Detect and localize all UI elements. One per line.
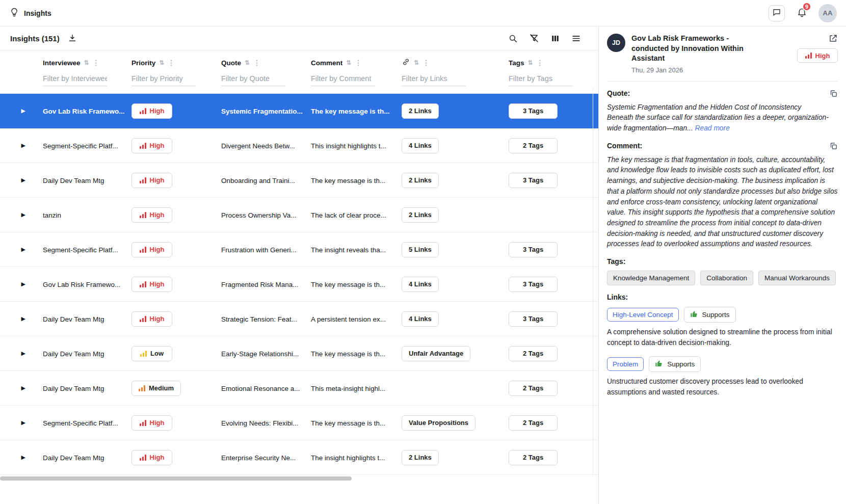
priority-badge[interactable]: High bbox=[131, 138, 172, 153]
link-type-chip[interactable]: Problem bbox=[607, 357, 644, 371]
tags-chip[interactable]: 3 Tags bbox=[509, 242, 558, 257]
expand-row-icon[interactable]: ▶ bbox=[21, 142, 25, 149]
links-chip[interactable]: 2 Links bbox=[402, 173, 439, 188]
sort-quote-icon[interactable]: ⇅ bbox=[245, 59, 250, 66]
expand-row-icon[interactable]: ▶ bbox=[21, 419, 25, 426]
priority-badge[interactable]: High bbox=[131, 277, 172, 292]
tags-chip[interactable]: 2 Tags bbox=[509, 415, 558, 431]
priority-bars-icon bbox=[140, 455, 146, 461]
notifications-button[interactable]: 9 bbox=[794, 6, 809, 21]
link-block: High-Level Concept Supports A comprehens… bbox=[607, 307, 838, 348]
quote-cell: Process Ownership Va... bbox=[221, 211, 297, 219]
copy-comment-button[interactable] bbox=[829, 142, 838, 150]
filter-tags-input[interactable] bbox=[509, 72, 573, 86]
expand-row-icon[interactable]: ▶ bbox=[21, 108, 25, 114]
expand-row-icon[interactable]: ▶ bbox=[21, 385, 25, 391]
table-row[interactable]: ▶ Daily Dev Team Mtg High Enterprise Sec… bbox=[0, 440, 598, 475]
menu-button[interactable] bbox=[571, 34, 581, 43]
quote-section-label: Quote: bbox=[607, 89, 630, 97]
filter-priority-input[interactable] bbox=[131, 72, 196, 86]
priority-badge[interactable]: Low bbox=[131, 346, 172, 361]
filter-quote-input[interactable] bbox=[221, 72, 285, 86]
tags-chip[interactable]: 3 Tags bbox=[509, 277, 558, 292]
col-menu-links-icon[interactable]: ⋮ bbox=[422, 59, 430, 66]
table-row[interactable]: ▶ tanzin High Process Ownership Va... Th… bbox=[0, 198, 598, 232]
col-menu-tags-icon[interactable]: ⋮ bbox=[537, 59, 544, 66]
tag-chip[interactable]: Manual Workarounds bbox=[758, 271, 836, 285]
table-row[interactable]: ▶ Gov Lab Risk Framewo... High Systemic … bbox=[0, 94, 598, 128]
links-chip[interactable]: 2 Links bbox=[402, 207, 439, 223]
tags-chip[interactable]: 3 Tags bbox=[509, 311, 558, 327]
table-row[interactable]: ▶ Daily Dev Team Mtg High Onboarding and… bbox=[0, 163, 598, 198]
links-chip[interactable]: 5 Links bbox=[402, 242, 439, 257]
tags-chip[interactable]: 3 Tags bbox=[509, 173, 558, 188]
expand-row-icon[interactable]: ▶ bbox=[21, 211, 25, 218]
links-chip[interactable]: Unfair Advantage bbox=[402, 346, 470, 361]
expand-row-icon[interactable]: ▶ bbox=[21, 454, 25, 461]
comment-cell: This meta-insight highl... bbox=[311, 385, 385, 392]
tags-chip[interactable]: 2 Tags bbox=[509, 346, 558, 361]
expand-row-icon[interactable]: ▶ bbox=[21, 315, 25, 322]
tags-chip[interactable]: 3 Tags bbox=[509, 103, 558, 119]
sort-interviewee-icon[interactable]: ⇅ bbox=[84, 59, 89, 66]
filter-links-input[interactable] bbox=[402, 72, 466, 86]
table-row[interactable]: ▶ Segment-Specific Platf... High Diverge… bbox=[0, 128, 598, 163]
expand-row-icon[interactable]: ▶ bbox=[21, 281, 25, 287]
col-menu-priority-icon[interactable]: ⋮ bbox=[168, 59, 175, 66]
priority-badge[interactable]: High bbox=[131, 311, 172, 327]
col-menu-interviewee-icon[interactable]: ⋮ bbox=[93, 59, 100, 66]
open-external-button[interactable] bbox=[828, 34, 838, 43]
sort-tags-icon[interactable]: ⇅ bbox=[528, 59, 533, 66]
link-relation-chip[interactable]: Supports bbox=[649, 356, 701, 372]
col-menu-quote-icon[interactable]: ⋮ bbox=[253, 59, 260, 66]
tag-chip[interactable]: Collaboration bbox=[700, 271, 753, 285]
table-row[interactable]: ▶ Segment-Specific Platf... High Evolvin… bbox=[0, 406, 598, 440]
col-menu-comment-icon[interactable]: ⋮ bbox=[355, 59, 362, 66]
priority-bars-icon bbox=[140, 212, 146, 218]
copy-quote-button[interactable] bbox=[829, 89, 838, 98]
link-relation-chip[interactable]: Supports bbox=[684, 307, 736, 323]
user-avatar[interactable]: AA bbox=[818, 4, 837, 22]
links-chip[interactable]: 2 Links bbox=[402, 450, 439, 465]
links-chip[interactable]: 4 Links bbox=[402, 277, 439, 292]
links-chip[interactable]: 4 Links bbox=[402, 311, 439, 327]
horizontal-scrollbar-thumb[interactable] bbox=[0, 476, 352, 481]
download-button[interactable] bbox=[68, 34, 77, 43]
read-more-link[interactable]: Read more bbox=[695, 124, 730, 132]
priority-badge[interactable]: High bbox=[131, 242, 172, 257]
sort-links-icon[interactable]: ⇅ bbox=[414, 59, 419, 66]
chat-button[interactable] bbox=[769, 5, 785, 21]
expand-row-icon[interactable]: ▶ bbox=[21, 177, 25, 183]
priority-badge[interactable]: High bbox=[131, 173, 172, 188]
insights-table-pane: Insights (151) bbox=[0, 26, 598, 504]
priority-badge[interactable]: Medium bbox=[131, 381, 181, 396]
priority-bars-icon bbox=[140, 177, 146, 183]
priority-badge[interactable]: High bbox=[131, 415, 172, 431]
links-chip[interactable]: 2 Links bbox=[402, 103, 439, 119]
link-type-chip[interactable]: High-Level Concept bbox=[607, 308, 679, 322]
table-row[interactable]: ▶ Segment-Specific Platf... High Frustra… bbox=[0, 232, 598, 267]
links-chip[interactable]: 4 Links bbox=[402, 138, 439, 153]
expand-row-icon[interactable]: ▶ bbox=[21, 350, 25, 357]
table-row[interactable]: ▶ Gov Lab Risk Framewo... High Fragmente… bbox=[0, 267, 598, 302]
priority-badge[interactable]: High bbox=[131, 103, 172, 119]
filter-interviewee-input[interactable] bbox=[43, 72, 107, 86]
tags-chip[interactable]: 2 Tags bbox=[509, 381, 558, 396]
table-row[interactable]: ▶ Daily Dev Team Mtg Medium Emotional Re… bbox=[0, 371, 598, 406]
table-row[interactable]: ▶ Daily Dev Team Mtg Low Early-Stage Rel… bbox=[0, 336, 598, 371]
sort-comment-icon[interactable]: ⇅ bbox=[346, 59, 351, 66]
links-chip[interactable]: Value Propositions bbox=[402, 415, 475, 431]
sort-priority-icon[interactable]: ⇅ bbox=[159, 59, 164, 66]
priority-badge[interactable]: High bbox=[131, 207, 172, 223]
search-button[interactable] bbox=[508, 34, 518, 43]
tags-chip[interactable]: 2 Tags bbox=[509, 450, 558, 465]
tags-chip[interactable]: 2 Tags bbox=[509, 138, 558, 153]
filter-comment-input[interactable] bbox=[311, 72, 375, 86]
priority-badge[interactable]: High bbox=[131, 450, 172, 465]
columns-button[interactable] bbox=[550, 34, 560, 43]
table-row[interactable]: ▶ Daily Dev Team Mtg High Strategic Tens… bbox=[0, 302, 598, 336]
quote-cell: Systemic Fragmentatio... bbox=[221, 108, 303, 115]
expand-row-icon[interactable]: ▶ bbox=[21, 246, 25, 253]
tag-chip[interactable]: Knowledge Management bbox=[607, 271, 695, 285]
clear-filters-button[interactable] bbox=[529, 33, 539, 43]
